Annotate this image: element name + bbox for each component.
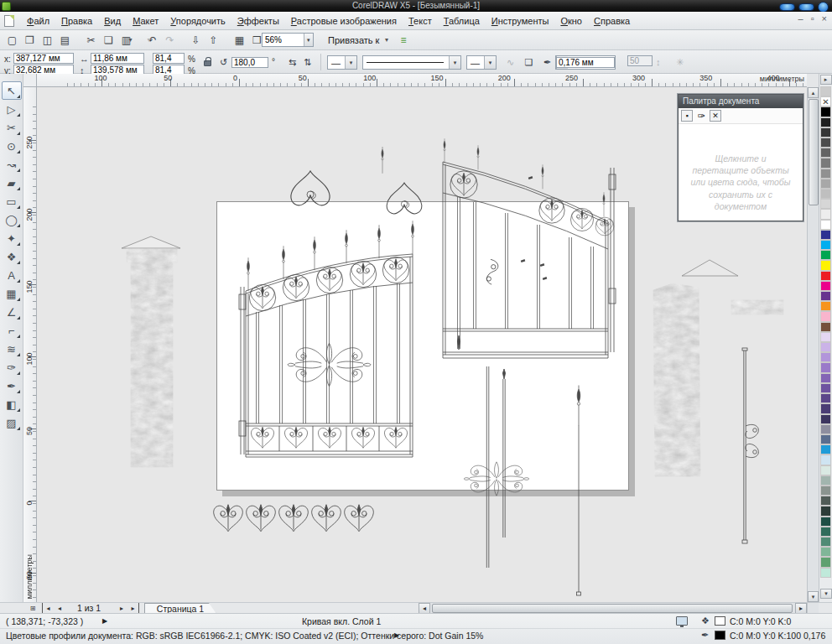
ruler-origin-corner[interactable] xyxy=(23,74,37,87)
palette-swatch[interactable] xyxy=(820,220,831,230)
palette-swatch[interactable] xyxy=(820,393,831,403)
menu-item[interactable]: Таблица xyxy=(438,13,486,29)
palette-swatch[interactable] xyxy=(820,486,831,496)
app-launcher-button[interactable]: ▦ xyxy=(231,32,248,49)
palette-swatch[interactable] xyxy=(820,158,831,168)
snap-to-dropdown[interactable]: Привязать к ▾ xyxy=(324,34,394,47)
palette-swatch[interactable] xyxy=(820,127,831,138)
undo-dropdown-icon[interactable]: ▾ xyxy=(127,36,134,44)
menu-item[interactable]: Правка xyxy=(55,13,98,29)
dimension-tool[interactable]: ∠ xyxy=(2,303,22,321)
scale-x-field[interactable] xyxy=(153,53,185,64)
palette-swatch[interactable] xyxy=(820,189,831,199)
save-button[interactable]: ◫ xyxy=(39,32,56,49)
gate-left-drawing[interactable] xyxy=(239,221,413,457)
palette-swatch[interactable] xyxy=(820,568,831,578)
palette-swatch[interactable] xyxy=(820,169,831,179)
palette-swatch[interactable] xyxy=(820,179,831,189)
outline-width-combo[interactable]: ▾ xyxy=(555,55,616,70)
cut-button[interactable]: ✂ xyxy=(82,32,100,49)
palette-swatch[interactable] xyxy=(820,527,831,537)
mirror-vertical-button[interactable]: ⇅ xyxy=(300,55,315,70)
palette-swatch[interactable] xyxy=(820,148,831,158)
palette-swatch[interactable] xyxy=(820,96,831,106)
polygon-tool[interactable]: ✦ xyxy=(2,229,22,247)
palette-swatch[interactable] xyxy=(820,373,831,383)
end-arrow-combo[interactable]: — ▾ xyxy=(466,55,497,70)
palette-swatch[interactable] xyxy=(820,322,831,332)
palette-swatch[interactable] xyxy=(820,517,831,527)
shape-tool[interactable]: ▷ xyxy=(2,100,22,118)
palette-swatch[interactable] xyxy=(820,444,831,454)
palette-swatch[interactable] xyxy=(820,106,831,117)
menu-item[interactable]: Текст xyxy=(403,13,438,29)
x-position-field[interactable] xyxy=(13,53,74,64)
scroll-up-icon[interactable]: ▴ xyxy=(808,87,819,98)
wrap-text-button[interactable]: ❏ xyxy=(522,55,536,70)
palette-swatch[interactable] xyxy=(820,414,831,424)
palette-swatch[interactable] xyxy=(820,352,831,362)
redo-button[interactable]: ↷ xyxy=(161,32,179,49)
palette-swatch[interactable] xyxy=(820,424,831,434)
title-bar[interactable]: CorelDRAW X5 - [Безымянный-1] xyxy=(0,0,832,12)
palette-swatch[interactable] xyxy=(820,240,831,250)
outline-width-input[interactable] xyxy=(556,57,615,68)
palette-swatch[interactable] xyxy=(820,291,831,301)
outline-color-icon[interactable]: ✒ xyxy=(701,630,709,641)
zoom-level-combo[interactable]: ▾ xyxy=(262,33,314,47)
palette-swatch[interactable] xyxy=(820,434,831,444)
coords-flyout-icon[interactable]: ▶ xyxy=(102,617,107,625)
pillar-left-drawing[interactable] xyxy=(122,236,180,467)
horizontal-scroll-thumb[interactable] xyxy=(432,604,793,613)
object-width-field[interactable] xyxy=(91,53,144,64)
palette-swatch[interactable] xyxy=(820,250,831,260)
palette-swatch[interactable] xyxy=(820,362,831,372)
palette-swatch[interactable] xyxy=(820,199,831,209)
menu-item[interactable]: Эффекты xyxy=(231,13,285,29)
corner-smoothness-field[interactable] xyxy=(627,55,653,66)
smart-fill-tool[interactable]: ▰ xyxy=(2,174,22,192)
fill-color-icon[interactable]: ❖ xyxy=(701,615,710,626)
crop-tool[interactable]: ✂ xyxy=(2,118,22,137)
palette-swatch[interactable] xyxy=(820,301,831,311)
rectangle-tool[interactable]: ▭ xyxy=(2,192,22,210)
gate-right-drawing[interactable] xyxy=(443,138,616,358)
palette-swatch[interactable] xyxy=(820,465,831,475)
menu-item[interactable]: Файл xyxy=(21,13,55,29)
start-arrow-combo[interactable]: — ▾ xyxy=(327,55,357,70)
scroll-picket-drawing[interactable] xyxy=(742,348,758,543)
menu-item[interactable]: Справка xyxy=(588,13,636,29)
palette-swatch[interactable] xyxy=(820,475,831,486)
menu-item[interactable]: Упорядочить xyxy=(164,13,231,29)
doc-restore-icon[interactable]: ▫ xyxy=(811,13,814,23)
pick-tool[interactable]: ↖ xyxy=(2,81,22,100)
menu-item[interactable]: Макет xyxy=(127,13,164,29)
options-button[interactable]: ≡ xyxy=(394,32,412,49)
spear-picket-drawing[interactable] xyxy=(577,386,581,596)
rotation-angle-field[interactable] xyxy=(231,57,268,68)
new-button[interactable]: ▢ xyxy=(3,32,21,49)
lock-ratio-icon[interactable] xyxy=(204,60,211,66)
palette-swatch[interactable] xyxy=(820,342,831,352)
vertical-scroll-thumb[interactable] xyxy=(809,99,819,205)
palette-swatch[interactable] xyxy=(820,547,831,557)
hearts-row-drawing[interactable] xyxy=(214,505,374,532)
palette-swatch[interactable] xyxy=(820,537,831,547)
palette-swatch[interactable] xyxy=(820,496,831,506)
line-style-combo[interactable]: ▾ xyxy=(362,55,461,70)
docker-eyedropper-icon[interactable]: ✑ xyxy=(695,110,707,122)
palette-swatch[interactable] xyxy=(820,281,831,291)
doc-close-icon[interactable]: × xyxy=(822,13,827,23)
docker-title-bar[interactable]: Палитра документа xyxy=(679,95,803,108)
menu-item[interactable]: Окно xyxy=(554,13,588,29)
maximize-button[interactable] xyxy=(798,3,814,11)
freehand-tool[interactable]: ↝ xyxy=(2,155,22,174)
palette-swatch[interactable] xyxy=(820,138,831,148)
print-button[interactable]: ▤ xyxy=(56,32,74,49)
copy-button[interactable]: ❏ xyxy=(100,32,117,49)
redo-dropdown-icon[interactable]: ▾ xyxy=(145,36,153,44)
close-curve-button[interactable]: ∿ xyxy=(503,55,517,70)
palette-swatch[interactable] xyxy=(820,332,831,342)
drawing-canvas[interactable]: Палитра документа ▪ ✑ ✕ Щелкните и перет… xyxy=(37,87,807,602)
horizontal-ruler[interactable]: 10050050100150200250300350400 миллиметры xyxy=(37,74,807,87)
